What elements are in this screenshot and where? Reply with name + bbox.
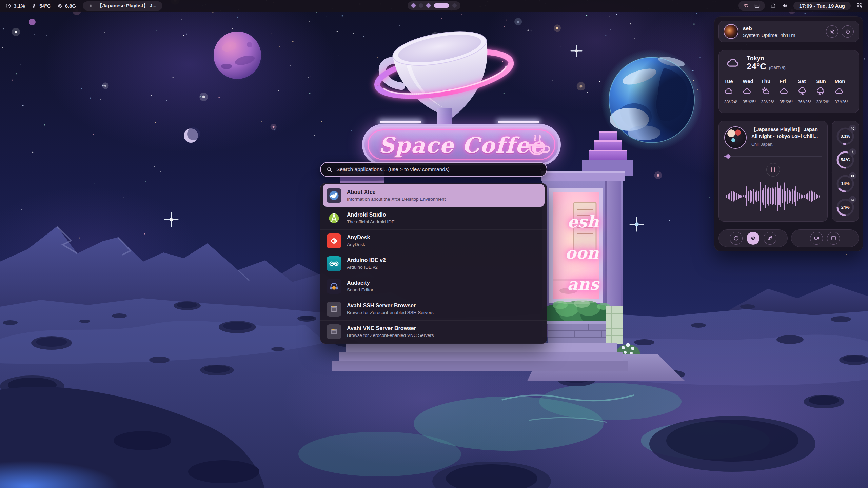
track-artist: Chill Japan. <box>751 142 822 147</box>
workspace-dot[interactable] <box>426 3 431 8</box>
widget-panel: seb System Uptime: 4h11m Tokyo 24°C (GMT… <box>714 16 863 251</box>
notifications-bell-icon[interactable] <box>770 3 776 9</box>
pause-button[interactable] <box>766 163 780 177</box>
app-icon <box>327 324 341 339</box>
forecast-day-label: Sat <box>798 78 816 84</box>
forecast-day: Fri 35°/26° <box>780 78 798 104</box>
stat-value: 3.1% <box>14 3 25 9</box>
forecast-weather-icon <box>761 87 770 96</box>
forecast-day-label: Wed <box>743 78 761 84</box>
divider <box>724 75 853 75</box>
power-profile-button[interactable] <box>764 232 776 245</box>
workspace-dot[interactable] <box>452 3 457 8</box>
app-description: Arduino IDE v2 <box>347 264 386 270</box>
workspace-dot[interactable] <box>411 3 416 8</box>
gauge-icon <box>851 150 855 154</box>
system-gauge: 14% <box>835 172 855 194</box>
app-icon <box>327 302 341 317</box>
forecast-day-label: Thu <box>761 78 780 84</box>
topbar-right: 17:09 - Tue, 19 Aug <box>738 1 863 11</box>
pause-icon <box>89 3 94 8</box>
system-gauge: 3.1% <box>835 125 855 146</box>
system-stats: 3.1% 54°C 6.8G <box>5 3 76 9</box>
app-description: AnyDesk <box>347 242 370 248</box>
avatar[interactable] <box>724 24 738 39</box>
forecast-weather-icon <box>816 87 825 96</box>
app-description: Sound Editor <box>347 287 373 293</box>
now-playing-label: 【Japanese Playlist】 J... <box>97 3 156 9</box>
clock-label: 17:09 - Tue, 19 Aug <box>799 3 845 9</box>
purple-planet <box>211 29 264 82</box>
gauge-icon <box>851 126 855 130</box>
workspace-switcher <box>408 1 460 10</box>
media-progress[interactable] <box>724 154 822 159</box>
neon-cup-icon <box>524 127 552 160</box>
app-name: Arduino IDE v2 <box>347 257 386 264</box>
stat-value: 54°C <box>39 3 51 9</box>
gauge-icon <box>851 174 855 178</box>
forecast-temps: 35°/25° <box>743 100 761 104</box>
capture-button[interactable] <box>827 232 840 245</box>
system-gauges: 3.1% 54°C 14% <box>832 121 859 222</box>
system-uptime: System Uptime: 4h11m <box>743 32 795 38</box>
app-icon <box>327 256 341 271</box>
app-name: Avahi SSH Server Browser <box>347 302 434 309</box>
app-name: About Xfce <box>347 189 446 196</box>
sign-light-tube <box>380 121 421 123</box>
forecast-weather-icon <box>835 87 844 96</box>
cat-icon[interactable] <box>743 3 749 9</box>
power-profile-button[interactable] <box>730 232 743 245</box>
app-list-item[interactable]: Audacity Sound Editor <box>320 275 547 298</box>
app-name: Android Studio <box>347 211 395 219</box>
media-player-card: 【Japanese Playlist】 Japan All Night - To… <box>718 121 828 222</box>
forecast-weather-icon <box>743 87 752 96</box>
forecast-day: Mon 33°/26° <box>835 78 853 104</box>
clock[interactable]: 17:09 - Tue, 19 Aug <box>793 2 851 10</box>
stat-icon <box>31 3 37 9</box>
forecast-day-label: Mon <box>835 78 853 84</box>
app-list-item[interactable]: Avahi SSH Server Browser Browse for Zero… <box>320 298 547 320</box>
weather-timezone: (GMT+9) <box>769 66 785 70</box>
capture-group <box>791 229 859 247</box>
power-profile-icon <box>733 235 739 241</box>
forecast-day: Sun 33°/26° <box>816 78 834 104</box>
workspace-dot[interactable] <box>419 3 423 8</box>
search-bar[interactable] <box>320 162 547 177</box>
capture-button[interactable] <box>810 232 823 245</box>
wallpaper-icon[interactable] <box>754 3 760 9</box>
now-playing-pill[interactable]: 【Japanese Playlist】 J... <box>83 1 162 11</box>
system-stat: 6.8G <box>57 3 76 9</box>
user-action-button[interactable] <box>842 25 854 38</box>
album-art <box>724 126 747 149</box>
forecast-day-label: Fri <box>780 78 798 84</box>
power-profile-button[interactable] <box>747 232 760 245</box>
workspace-dot[interactable] <box>434 3 449 8</box>
stat-icon <box>57 3 63 9</box>
app-list-item[interactable]: AnyDesk AnyDesk <box>320 229 547 252</box>
progress-handle[interactable] <box>726 154 730 159</box>
forecast-weather-icon <box>780 87 789 96</box>
app-list-item[interactable]: Android Studio The official Android IDE <box>320 207 547 229</box>
panel-footer <box>718 229 859 247</box>
track-title: 【Japanese Playlist】 Japan All Night - To… <box>751 126 822 140</box>
tray-pill <box>738 1 765 11</box>
app-list-item[interactable]: About Xfce Information about the Xfce De… <box>323 184 545 207</box>
top-panel: 3.1% 54°C 6.8G 【Japanese Playlist】 J... … <box>0 0 868 12</box>
app-description: Browse for Zeroconf-enabled SSH Servers <box>347 310 434 316</box>
app-icon <box>327 279 341 294</box>
system-gauge: 54°C <box>835 149 855 170</box>
forecast-day: Thu 33°/26° <box>761 78 780 104</box>
forecast-day: Tue 33°/24° <box>724 78 743 104</box>
user-action-button[interactable] <box>826 25 838 38</box>
username: seb <box>743 25 795 32</box>
forecast-temps: 33°/26° <box>816 100 834 104</box>
audio-visualizer <box>724 179 822 213</box>
gauge-icon <box>851 198 855 202</box>
overview-grid-icon[interactable] <box>856 3 863 9</box>
search-input[interactable] <box>336 166 541 172</box>
system-stat: 3.1% <box>5 3 25 9</box>
user-action-icon <box>845 29 851 35</box>
app-list-item[interactable]: Arduino IDE v2 Arduino IDE v2 <box>320 252 547 275</box>
app-list-item[interactable]: Avahi VNC Server Browser Browse for Zero… <box>320 320 547 343</box>
volume-icon[interactable] <box>782 3 788 9</box>
